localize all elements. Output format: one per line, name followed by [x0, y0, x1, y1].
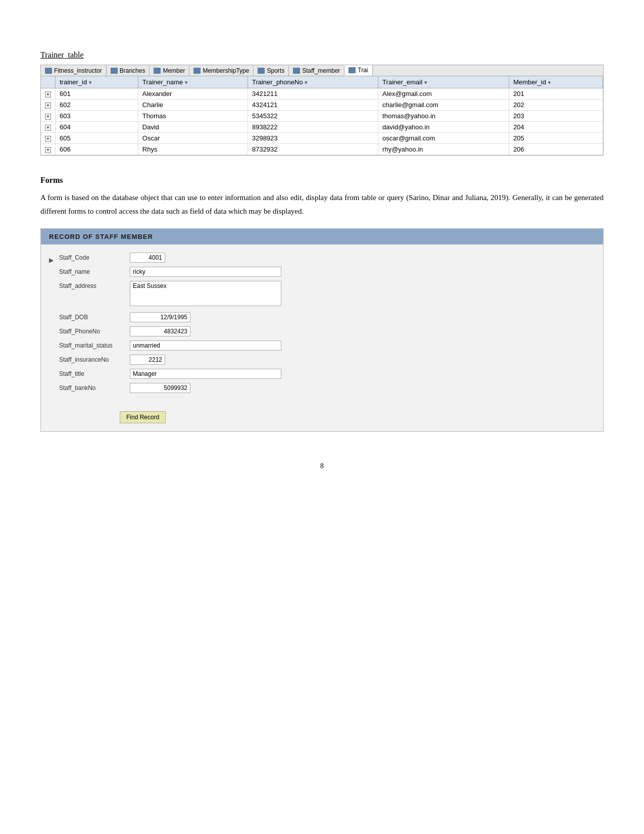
data-table-wrapper: trainer_id ▾ Trainer_name ▾ Trainer_phon… — [40, 76, 604, 156]
cell-trainer-name: Thomas — [138, 111, 247, 122]
form-field-row: Staff_Code — [59, 253, 595, 263]
input-staff-insuranceno[interactable] — [130, 355, 165, 365]
form-field-row: Staff_DOB — [59, 312, 595, 322]
field-label-staff-bankno: Staff_bankNo — [59, 383, 130, 391]
input-staff-code[interactable] — [130, 253, 165, 263]
cell-trainer-email: david@yahoo.in — [378, 122, 509, 133]
cell-trainer-email: oscar@gmail.com — [378, 133, 509, 144]
cell-trainer-name: Charlie — [138, 100, 247, 111]
tab-label-5: Sports — [267, 67, 284, 74]
tab-bar: Fitness_instructor Branches Member Membe… — [40, 65, 604, 76]
record-form-container: RECORD OF STAFF MEMBER ▶ Staff_CodeStaff… — [40, 228, 604, 432]
expand-button[interactable]: + — [45, 91, 51, 97]
cell-trainer-phone: 3421211 — [247, 88, 378, 100]
find-record-area: Find Record — [41, 401, 603, 431]
trainer-table-section: Trainer_table Fitness_instructor Branche… — [40, 51, 604, 156]
tab-fitness-instructor[interactable]: Fitness_instructor — [41, 66, 107, 76]
cell-member-id: 206 — [509, 144, 603, 155]
field-label-staff-marital-status: Staff_marital_status — [59, 340, 130, 349]
field-value-staff-address — [130, 281, 595, 308]
table-row: + 604 David 8938222 david@yahoo.in 204 — [41, 122, 603, 133]
field-value-staff-dob — [130, 312, 595, 322]
cell-trainer-phone: 4324121 — [247, 100, 378, 111]
col-trainer-name[interactable]: Trainer_name ▾ — [138, 76, 247, 88]
form-field-row: Staff_PhoneNo — [59, 326, 595, 336]
col-member-id[interactable]: Member_id ▾ — [509, 76, 603, 88]
expand-button[interactable]: + — [45, 136, 51, 142]
input-staff-title[interactable] — [130, 369, 281, 379]
cell-trainer-phone: 3298923 — [247, 133, 378, 144]
col-trainer-id[interactable]: trainer_id ▾ — [56, 76, 138, 88]
expand-button[interactable]: + — [45, 103, 51, 109]
table-icon-1 — [45, 68, 52, 74]
record-form-body: ▶ Staff_CodeStaff_nameStaff_addressStaff… — [41, 244, 603, 401]
cell-member-id: 201 — [509, 88, 603, 100]
tab-label-3: Member — [163, 67, 185, 74]
input-staff-dob[interactable] — [130, 312, 190, 322]
find-record-button[interactable]: Find Record — [120, 411, 166, 423]
expand-cell: + — [41, 111, 56, 122]
expand-button[interactable]: + — [45, 114, 51, 120]
section-title: Trainer_table — [40, 51, 604, 60]
input-staff-name[interactable] — [130, 267, 281, 277]
tab-staff-member[interactable]: Staff_member — [289, 66, 344, 76]
col-trainer-email[interactable]: Trainer_email ▾ — [378, 76, 509, 88]
cell-trainer-id: 606 — [56, 144, 138, 155]
cell-trainer-email: thomas@yahoo.in — [378, 111, 509, 122]
forms-section: Forms A form is based on the database ob… — [40, 176, 604, 432]
form-field-row: Staff_name — [59, 267, 595, 277]
table-icon-3 — [154, 68, 161, 74]
input-staff-bankno[interactable] — [130, 383, 190, 393]
input-staff-marital-status[interactable] — [130, 340, 281, 351]
field-value-staff-insuranceno — [130, 355, 595, 365]
field-label-staff-phoneno: Staff_PhoneNo — [59, 326, 130, 335]
cell-trainer-phone: 8732932 — [247, 144, 378, 155]
expand-button[interactable]: + — [45, 125, 51, 131]
trainer-data-table: trainer_id ▾ Trainer_name ▾ Trainer_phon… — [41, 76, 603, 155]
tab-member[interactable]: Member — [150, 66, 189, 76]
tab-label-7: Trai — [358, 67, 368, 74]
field-label-staff-insuranceno: Staff_insuranceNo — [59, 355, 130, 363]
table-row: + 606 Rhys 8732932 rhy@yahoo.in 206 — [41, 144, 603, 155]
input-staff-address[interactable] — [130, 281, 281, 306]
tab-label-6: Staff_member — [302, 67, 340, 74]
tab-membershiptype[interactable]: MembershipType — [189, 66, 254, 76]
field-value-staff-phoneno — [130, 326, 595, 336]
cell-trainer-email: rhy@yahoo.in — [378, 144, 509, 155]
cell-member-id: 204 — [509, 122, 603, 133]
cell-member-id: 205 — [509, 133, 603, 144]
cell-trainer-id: 603 — [56, 111, 138, 122]
expand-cell: + — [41, 144, 56, 155]
table-row: + 601 Alexander 3421211 Alex@gmail.com 2… — [41, 88, 603, 100]
cell-trainer-name: Oscar — [138, 133, 247, 144]
field-value-staff-code — [130, 253, 595, 263]
cell-trainer-email: charlie@gmail.com — [378, 100, 509, 111]
tab-branches[interactable]: Branches — [107, 66, 150, 76]
form-field-row: Staff_marital_status — [59, 340, 595, 351]
tab-sports[interactable]: Sports — [254, 66, 289, 76]
tab-trainer[interactable]: Trai — [344, 65, 372, 76]
cell-trainer-id: 601 — [56, 88, 138, 100]
record-nav-indicator: ▶ — [49, 253, 59, 393]
cell-trainer-phone: 8938222 — [247, 122, 378, 133]
table-icon-5 — [258, 68, 265, 74]
field-label-staff-dob: Staff_DOB — [59, 312, 130, 321]
forms-paragraph: A form is based on the database object t… — [40, 191, 604, 218]
cell-trainer-id: 604 — [56, 122, 138, 133]
table-icon-4 — [193, 68, 201, 74]
input-staff-phoneno[interactable] — [130, 326, 190, 336]
field-value-staff-marital-status — [130, 340, 595, 351]
tab-label-4: MembershipType — [203, 67, 249, 74]
expand-button[interactable]: + — [45, 147, 51, 153]
expand-cell: + — [41, 88, 56, 100]
record-fields: Staff_CodeStaff_nameStaff_addressStaff_D… — [59, 253, 595, 393]
field-label-staff-code: Staff_Code — [59, 253, 130, 261]
table-icon-6 — [293, 68, 300, 74]
tab-label-2: Branches — [120, 67, 145, 74]
form-field-row: Staff_bankNo — [59, 383, 595, 393]
expand-cell: + — [41, 133, 56, 144]
tab-label-1: Fitness_instructor — [54, 67, 102, 74]
col-trainer-phone[interactable]: Trainer_phoneNo ▾ — [247, 76, 378, 88]
cell-trainer-name: David — [138, 122, 247, 133]
cell-trainer-name: Alexander — [138, 88, 247, 100]
